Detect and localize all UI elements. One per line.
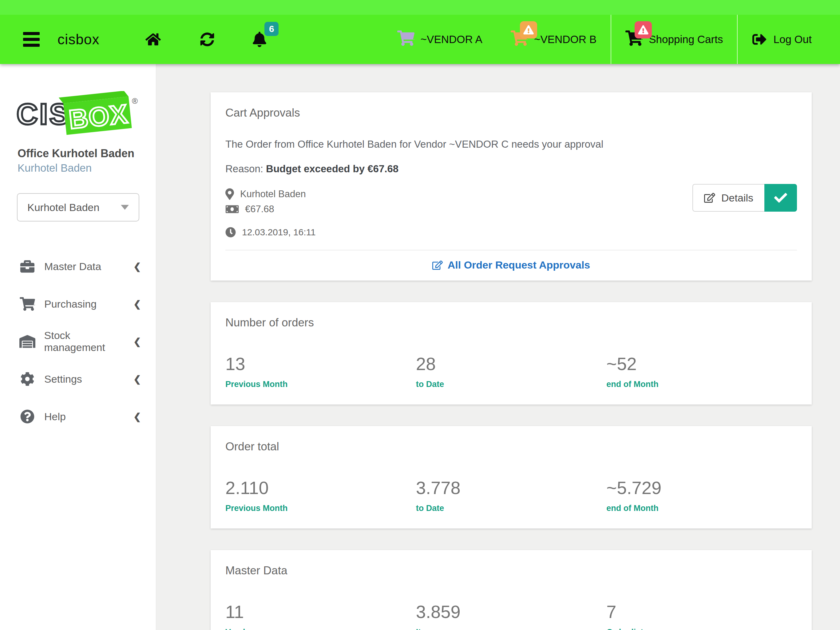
stat-label: Vendors (225, 628, 416, 630)
top-navbar: cisbox 6 ~VENDOR A ~VEN (0, 0, 840, 64)
stat-cell: 7 Order lists (606, 603, 797, 630)
stat-value: ~52 (606, 355, 797, 373)
master-data-card: Master Data 11 Vendors 3.859 Items 7 Ord… (211, 550, 812, 630)
page-body: CIS BOX ® Office Kurhotel Baden Kurhotel… (0, 64, 840, 630)
number-of-orders-card: Number of orders 13 Previous Month 28 to… (211, 302, 812, 405)
brand-logo-text[interactable]: cisbox (57, 31, 99, 47)
approval-amount: €67.68 (245, 204, 274, 215)
stat-label: end of Month (606, 380, 797, 389)
vendor-a-cart-icon (397, 30, 414, 48)
approval-location: Kurhotel Baden (240, 188, 306, 199)
home-icon[interactable] (145, 32, 161, 46)
refresh-icon[interactable] (200, 32, 214, 46)
stat-label: Previous Month (225, 380, 416, 389)
chevron-left-icon: ❮ (133, 374, 141, 385)
stat-cell: 11 Vendors (225, 603, 416, 630)
vendor-b-warning-badge-icon (520, 21, 537, 38)
stat-grid: 2.110 Previous Month 3.778 to Date ~5.72… (225, 479, 797, 513)
sidebar-item-master-data[interactable]: Master Data ❮ (0, 248, 156, 285)
stat-grid: 11 Vendors 3.859 Items 7 Order lists (225, 603, 797, 630)
notification-count-badge: 6 (264, 22, 279, 36)
edit-icon (432, 260, 443, 270)
stat-label: to Date (416, 380, 606, 389)
stat-value: ~5.729 (606, 479, 797, 497)
cart-icon (19, 297, 36, 311)
question-circle-icon (19, 410, 36, 424)
approval-timestamp: 12.03.2019, 16:11 (242, 227, 316, 237)
vendor-b-cart-link[interactable]: ~VENDOR B (497, 15, 611, 64)
details-button[interactable]: Details (692, 184, 764, 212)
check-icon (774, 192, 788, 204)
cart-approvals-card: Cart Approvals The Order from Office Kur… (211, 92, 812, 280)
approval-actions: Details (692, 184, 797, 212)
sidebar-item-settings[interactable]: Settings ❮ (0, 360, 156, 398)
main-content: Cart Approvals The Order from Office Kur… (156, 64, 840, 630)
stat-cell: 3.778 to Date (416, 479, 606, 513)
chevron-left-icon: ❮ (133, 299, 141, 309)
stat-value: 13 (225, 355, 416, 373)
log-out-label: Log Out (773, 33, 812, 46)
stat-value: 3.859 (416, 603, 606, 621)
stat-value: 3.778 (416, 479, 606, 497)
approvals-card-footer: All Order Request Approvals (225, 250, 797, 280)
stat-label: to Date (416, 503, 606, 513)
approve-button[interactable] (764, 184, 797, 212)
stat-cell: 13 Previous Month (225, 355, 416, 389)
navbar-top-strip (0, 0, 840, 15)
stat-label: Previous Month (225, 503, 416, 513)
cisbox-logo: CIS BOX ® (16, 91, 156, 138)
stat-grid: 13 Previous Month 28 to Date ~52 end of … (225, 355, 797, 389)
navbar-main: cisbox 6 ~VENDOR A ~VEN (0, 15, 840, 64)
office-name: Office Kurhotel Baden (17, 147, 156, 160)
shopping-carts-icon (625, 30, 643, 48)
reason-label: Reason: (225, 163, 263, 174)
stat-cell: 28 to Date (416, 355, 606, 389)
footer-link-label: All Order Request Approvals (448, 259, 591, 271)
shopping-carts-link[interactable]: Shopping Carts (611, 15, 737, 64)
chevron-left-icon: ❮ (133, 261, 141, 272)
notifications-bell-icon[interactable]: 6 (253, 32, 266, 47)
shopping-carts-label: Shopping Carts (649, 33, 723, 46)
sign-out-icon (752, 32, 767, 46)
stat-cell: 3.859 Items (416, 603, 606, 630)
edit-icon (704, 193, 715, 203)
card-title: Cart Approvals (225, 106, 797, 119)
stat-value: 2.110 (225, 479, 416, 497)
stat-value: 28 (416, 355, 606, 373)
card-title: Order total (225, 440, 797, 453)
sidebar-item-help[interactable]: Help ❮ (0, 398, 156, 435)
sidebar-item-label: Help (44, 411, 66, 423)
reason-value: Budget exceeded by €67.68 (266, 163, 398, 174)
sidebar-item-label: Settings (44, 373, 82, 385)
location-pin-icon (225, 188, 234, 200)
location-dropdown[interactable]: Kurhotel Baden (17, 193, 139, 222)
stat-cell: ~52 end of Month (606, 355, 797, 389)
sidebar-item-stock-management[interactable]: Stock management ❮ (0, 323, 156, 360)
all-order-request-approvals-link[interactable]: All Order Request Approvals (432, 259, 591, 271)
stat-cell: ~5.729 end of Month (606, 479, 797, 513)
sidebar-item-purchasing[interactable]: Purchasing ❮ (0, 285, 156, 323)
approval-reason: Reason: Budget exceeded by €67.68 (225, 163, 797, 175)
order-total-card: Order total 2.110 Previous Month 3.778 t… (211, 426, 812, 529)
vendor-a-label: ~VENDOR A (421, 33, 482, 46)
vendor-a-cart-link[interactable]: ~VENDOR A (383, 15, 497, 64)
navbar-right-group: ~VENDOR A ~VENDOR B Shopping Carts (383, 15, 840, 64)
gear-icon (19, 372, 36, 386)
sidebar-item-label: Stock management (44, 329, 133, 353)
details-button-label: Details (721, 192, 753, 204)
office-link[interactable]: Kurhotel Baden (17, 162, 156, 174)
card-title: Number of orders (225, 316, 797, 329)
vendor-b-cart-icon (511, 30, 528, 48)
location-dropdown-value: Kurhotel Baden (27, 201, 121, 214)
approval-message: The Order from Office Kurhotel Baden for… (225, 138, 797, 150)
hamburger-menu-icon[interactable] (23, 29, 39, 49)
navbar-left-group: cisbox 6 (0, 15, 383, 64)
approval-timestamp-row: 12.03.2019, 16:11 (225, 227, 797, 237)
briefcase-icon (19, 259, 36, 274)
log-out-link[interactable]: Log Out (737, 15, 840, 64)
chevron-down-icon (121, 205, 129, 210)
stat-cell: 2.110 Previous Month (225, 479, 416, 513)
clock-icon (225, 227, 236, 237)
stat-label: Items (416, 628, 606, 630)
sidebar: CIS BOX ® Office Kurhotel Baden Kurhotel… (0, 64, 156, 630)
